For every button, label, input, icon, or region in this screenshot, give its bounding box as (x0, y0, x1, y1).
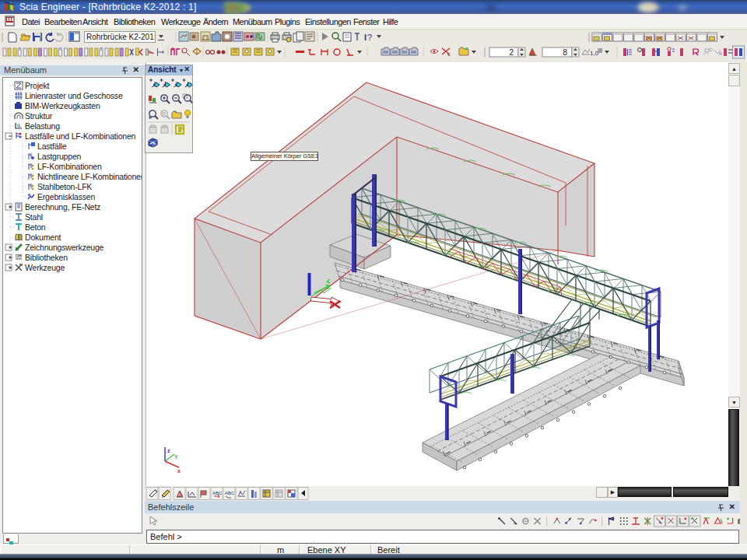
svg-text:BIM-Werkzeugkasten: BIM-Werkzeugkasten (25, 101, 100, 110)
svg-text:Ergebnisklassen: Ergebnisklassen (37, 192, 95, 201)
svg-text:Werkzeuge: Werkzeuge (25, 263, 65, 272)
svg-text:Beton: Beton (25, 222, 46, 232)
svg-text:1,0: 1,0 (590, 50, 599, 57)
svg-text:A: A (178, 492, 181, 497)
svg-text:Linienraster und Geschosse: Linienraster und Geschosse (25, 91, 123, 100)
svg-text:Lastgruppen: Lastgruppen (37, 152, 82, 161)
svg-text:Projekt: Projekt (25, 81, 50, 90)
svg-text:ABC: ABC (212, 491, 223, 495)
svg-text:Stahlbeton-LFK: Stahlbeton-LFK (37, 182, 92, 191)
svg-text:Zeichnungswerkzeuge: Zeichnungswerkzeuge (25, 243, 104, 252)
svg-text:z: z (167, 448, 170, 453)
svg-text:Stahl: Stahl (25, 212, 43, 222)
svg-text:8: 8 (563, 48, 567, 57)
svg-text:Lastfälle: Lastfälle (37, 142, 67, 151)
svg-text:Struktur: Struktur (25, 111, 53, 121)
svg-text:2: 2 (509, 48, 514, 57)
svg-text:LF-Kombinationen: LF-Kombinationen (37, 162, 102, 171)
svg-text:Dokument: Dokument (25, 233, 61, 242)
svg-text:Y: Y (174, 454, 178, 460)
svg-text:Nichtlineare LF-Kombinationen: Nichtlineare LF-Kombinationen (37, 172, 142, 181)
svg-text:Bibliotheken: Bibliotheken (25, 253, 68, 262)
svg-text:R: R (162, 111, 166, 117)
svg-text:x: x (177, 468, 181, 474)
svg-text:?: ? (367, 33, 372, 42)
svg-text:I: I (364, 33, 366, 42)
svg-text:ABC: ABC (225, 491, 235, 495)
svg-text:Berechnung, FE-Netz: Berechnung, FE-Netz (25, 202, 100, 212)
svg-text:Belastung: Belastung (25, 121, 60, 131)
svg-text:Lastfälle und LF-Kombinationen: Lastfälle und LF-Kombinationen (25, 131, 136, 141)
